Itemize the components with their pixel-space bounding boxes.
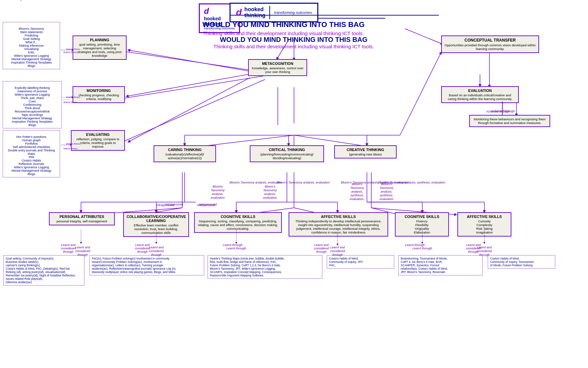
monitoring-behaviours-box: Monitoring these behaviours and recognis… [469, 115, 550, 127]
left-panel-3: Mrs Potter's questions Human graph Portf… [3, 130, 60, 177]
learnt-through-left-2: learnt throu... [63, 101, 79, 104]
personal-attributes-title: PERSONAL ATTRIBUTES [52, 215, 111, 219]
svg-line-3 [115, 50, 263, 72]
affective-skills-mid-title: AFFECTIVE SKILLS [292, 215, 385, 219]
personal-attributes-content: personal integrity, self management [52, 219, 111, 223]
planning-box: PLANNING goal setting, prioritising, tim… [73, 35, 127, 60]
svg-line-4 [115, 76, 263, 100]
evaluation-title: EVALUATION [445, 89, 515, 93]
svg-line-31 [127, 74, 248, 96]
achieved-through-label: Achieved through [486, 110, 510, 113]
affective-skills-right-content: Curiosity Complexity Risk Taking Imagina… [461, 219, 508, 234]
learnt-through-left-1: learnt throu... [63, 51, 79, 54]
svg-line-32 [128, 78, 250, 142]
svg-text:Taxonomy: Taxonomy [211, 189, 225, 192]
page-container: d hooked thinking transforming outcomes … [0, 0, 588, 368]
personal-attributes-box: PERSONAL ATTRIBUTES personal integrity, … [49, 212, 115, 225]
monitoring-box: MONITORING checking progress, checking c… [73, 86, 125, 103]
conceptual-transfer-content: Opportunities provided through common vi… [445, 43, 536, 51]
sub-heading: Thinking skills and their development in… [135, 30, 432, 36]
page-main-title: WOULD YOU MIND THINKING INTO THIS BAG Th… [135, 20, 432, 36]
collaborative-title: COLLABORATIVE/COOPERATIVE LEARNING [127, 215, 186, 223]
learnt-considered-2: Learnt and considered through [135, 243, 150, 253]
creative-thinking-title: CREATIVE THINKING [338, 148, 393, 152]
learnt-through-r: Learnt through [405, 243, 425, 247]
cognitive-skills-mid-content: Sequencing, sorting, classifying, compar… [197, 219, 278, 230]
affective-skills-mid-box: AFFECTIVE SKILLS Thinking independently … [289, 212, 388, 237]
metacognition-content: Knowledge, awareness, control over your … [251, 66, 304, 74]
affective-skills-right-title: AFFECTIVE SKILLS [461, 215, 508, 219]
evaluation-box: EVALUATION Based on an individuals criti… [441, 86, 519, 103]
conceptual-transfer-box: CONCEPTUAL TRANSFER Opportunities provid… [441, 35, 539, 53]
intrapersonal-label: Intrapersonal [165, 203, 183, 206]
logo-thinking: thinking [244, 13, 265, 19]
metacognition-title: METACOGNITION [251, 62, 304, 66]
caring-thinking-box: CARING THINKING (valuational(v)/affectiv… [154, 145, 216, 162]
monitoring-content: checking progress, checking criteria, mo… [76, 93, 122, 101]
bottom-text-6-content: Costa's Habits of Mind, Community of Inq… [490, 257, 534, 267]
critical-thinking-box: CRITICAL THINKING (planning/forecasting/… [250, 145, 324, 162]
bottom-text-3: Hyerle's Thinking Maps (circle,tree, bub… [208, 255, 322, 279]
svg-line-30 [128, 50, 248, 71]
cognitive-skills-right-content: Fluency Flexibility Originality Elaborat… [398, 219, 446, 234]
logo-separator [269, 6, 270, 19]
logo-tagline-text: transforming outcomes [274, 10, 312, 15]
conceptual-transfer-title: CONCEPTUAL TRANSFER [445, 38, 536, 43]
logo-area: d hooked thinking transforming outcomes [230, 3, 318, 22]
svg-text:synthesis,: synthesis, [350, 194, 364, 197]
svg-text:Achieved through: Achieved through [0, 0, 24, 1]
svg-text:Learnt and: Learnt and [75, 246, 90, 249]
monitoring-title: MONITORING [76, 89, 122, 93]
learnt-considered-4: Learnt and considered through [466, 243, 481, 253]
left-panel-3-content: Mrs Potter's questions Human graph Portf… [8, 135, 55, 176]
bottom-text-2-content: P4C(n), Future Problem solving(n) Involv… [92, 257, 176, 274]
logo-d-icon: d [236, 7, 242, 18]
header-title: WOULD YOU MIND THINKING INTO THIS BAG Th… [213, 36, 374, 49]
bottom-text-5-content: Brainstorming, Tournament of Minds, CoRT… [401, 257, 448, 274]
svg-text:evaluation: evaluation [379, 197, 393, 201]
bottom-text-3-content: Hyerle's Thinking Maps (circle,tree, bub… [210, 257, 285, 277]
logo-icon: d [204, 6, 209, 16]
bottom-text-4: Costa's Habits of Mind, Community of Inq… [327, 255, 394, 269]
left-panel-1-content: Bloom's Taxonomy Stem statements Predict… [11, 27, 52, 68]
svg-line-5 [115, 79, 265, 145]
blooms-label-4: Bloom's Taxonomy analysis, synthesis, ev… [378, 181, 445, 184]
left-panel-2: Explicitly labelling thinking Awareness … [3, 81, 62, 128]
learnt-considered-1: Learnt and considered through [61, 243, 76, 253]
svg-text:Taxonomy: Taxonomy [350, 186, 364, 190]
caring-thinking-title: CARING THINKING [157, 148, 213, 152]
planning-title: PLANNING [76, 38, 123, 42]
bottom-text-1: Goal setting, Community of Inquiry(n), B… [3, 255, 84, 286]
critical-thinking-content: (planning/forecasting/communicating/ dec… [253, 152, 321, 160]
svg-text:Learnt and: Learnt and [330, 246, 345, 249]
svg-text:Learnt through: Learnt through [412, 247, 432, 250]
affective-skills-mid-content: Thinking independently to develop intell… [292, 219, 385, 234]
learnt-through-mid: Learnt through [223, 243, 243, 247]
svg-text:Taxonomy: Taxonomy [263, 189, 277, 192]
svg-text:Learnt through: Learnt through [226, 247, 246, 250]
cognitive-skills-right-box: COGNITIVE SKILLS Fluency Flexibility Ori… [395, 212, 449, 237]
main-heading: WOULD YOU MIND THINKING INTO THIS BAG [135, 20, 432, 29]
creative-thinking-content: (generating new ideas) [338, 152, 393, 156]
svg-text:analysis,: analysis, [380, 190, 392, 193]
svg-text:considered: considered [149, 249, 164, 253]
metacognition-box: METACOGNITION Knowledge, awareness, cont… [248, 59, 307, 76]
cognitive-skills-mid-box: COGNITIVE SKILLS Sequencing, sorting, cl… [194, 212, 282, 233]
cognitive-skills-mid-title: COGNITIVE SKILLS [197, 215, 278, 219]
bottom-text-4-content: Costa's Habits of Mind, Community of Inq… [329, 257, 363, 267]
left-panel-2-content: Explicitly labelling thinking Awareness … [12, 86, 53, 127]
collaborative-box: COLLABORATIVE/COOPERATIVE LEARNING Effec… [123, 212, 189, 237]
svg-line-38 [400, 52, 441, 135]
interpersonal-label: Interpersonal [199, 203, 217, 206]
learnt-through-left-3: learnt throu... [63, 147, 79, 150]
monitoring-behaviours-content: Monitoring these behaviours and recognis… [473, 117, 547, 125]
bottom-text-5: Brainstorming, Tournament of Minds, CoRT… [398, 255, 483, 275]
collaborative-content: Effective team member, conflict resoluti… [127, 223, 186, 235]
svg-text:analysis,: analysis, [351, 190, 363, 193]
svg-text:evaluation.: evaluation. [350, 197, 365, 201]
bottom-text-6: Costa's Habits of Mind, Community of Inq… [488, 255, 555, 269]
critical-thinking-title: CRITICAL THINKING [253, 148, 321, 152]
svg-text:considered: considered [330, 249, 345, 253]
svg-text:evaluation: evaluation [263, 196, 277, 199]
svg-text:evaluation: evaluation [211, 196, 224, 199]
